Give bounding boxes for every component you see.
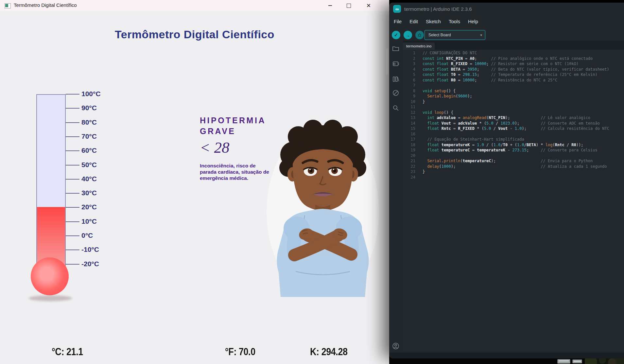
scale-label: 70°C — [81, 132, 97, 140]
code-line: 12void loop() { — [403, 110, 624, 115]
code-line: 16 — [403, 131, 624, 137]
thermometer-bulb — [31, 257, 69, 295]
line-number: 17 — [403, 137, 415, 142]
debug-button[interactable] — [415, 31, 424, 39]
status-threshold: < 28 — [200, 139, 229, 156]
line-number: 6 — [403, 78, 415, 83]
desktop-wallpaper — [585, 358, 624, 364]
kelvin-readout: K: 294.28 — [310, 346, 348, 358]
line-number: 23 — [403, 169, 415, 175]
line-number: 2 — [403, 56, 415, 61]
code-line: 8void setup() { — [403, 88, 624, 94]
fahrenheit-readout: °F: 70.0 — [225, 346, 255, 358]
scale-label: 100°C — [81, 90, 101, 98]
code-line: 7 — [403, 83, 624, 88]
bug-icon — [417, 33, 422, 37]
menu-item-file[interactable]: File — [392, 19, 403, 24]
tab-termometro-ino[interactable]: termometro.ino — [403, 43, 435, 50]
maximize-icon — [347, 4, 351, 8]
scale-tick — [66, 108, 79, 109]
code-line: 17 // Equação de Steinhart-Hart simplifi… — [403, 137, 624, 142]
menubar: FileEditSketchToolsHelp — [392, 17, 479, 26]
menu-item-tools[interactable]: Tools — [447, 19, 461, 24]
debug-panel-icon[interactable] — [392, 89, 400, 97]
code-line: 6const float R0 = 10000; // Resistência … — [403, 78, 624, 83]
line-number: 3 — [403, 61, 415, 67]
search-icon[interactable] — [392, 104, 400, 112]
celsius-readout: °C: 21.1 — [52, 346, 83, 358]
status-title: HIPOTERMIA GRAVE — [200, 115, 266, 137]
code-line: 18 float temperatureK = 1.0 / (1.0/T0 + … — [403, 142, 624, 148]
scale-tick — [66, 207, 79, 208]
scale-label: 20°C — [81, 203, 97, 211]
arduino-ide-window: ∞ termometro | Arduino IDE 2.3.6 FileEdi… — [389, 3, 624, 358]
thermometer-scale: 100°C90°C80°C70°C60°C50°C40°C30°C20°C10°… — [66, 94, 121, 277]
code-lines: 1// CONFIGURAÇÕES DO NTC2const int NTC_P… — [403, 50, 624, 180]
boards-manager-icon[interactable] — [392, 60, 400, 68]
scale-tick — [66, 94, 79, 95]
scrollbar-thumb[interactable] — [386, 48, 389, 75]
minimize-button[interactable] — [322, 0, 338, 11]
line-number: 11 — [403, 104, 415, 110]
scale-tick — [66, 122, 79, 123]
line-number: 18 — [403, 142, 415, 148]
scale-label: 90°C — [81, 104, 97, 112]
screen: Termômetro Digital Científico ✕ Termômet… — [0, 0, 624, 364]
scale-tick — [66, 136, 79, 137]
code-line: 2const int NTC_PIN = A0; // Pino analógi… — [403, 56, 624, 61]
ide-status-bar — [389, 353, 624, 358]
desktop-strip — [389, 358, 624, 364]
menu-item-help[interactable]: Help — [467, 19, 479, 24]
line-number: 19 — [403, 147, 415, 153]
verify-button[interactable]: ✓ — [392, 31, 400, 39]
menu-item-edit[interactable]: Edit — [408, 19, 419, 24]
library-manager-icon[interactable] — [392, 75, 400, 83]
taskbar-window-chip[interactable] — [572, 359, 582, 363]
taskbar-window-chip[interactable] — [557, 359, 570, 364]
scale-tick — [66, 235, 79, 236]
line-number: 1 — [403, 50, 415, 56]
line-number: 10 — [403, 99, 415, 105]
scale-label: 30°C — [81, 189, 97, 197]
maximize-button[interactable] — [341, 0, 356, 11]
line-number: 9 — [403, 94, 415, 99]
minimize-icon — [328, 5, 332, 6]
line-number: 16 — [403, 131, 415, 137]
code-line: 1// CONFIGURAÇÕES DO NTC — [403, 50, 624, 56]
code-line: 23} — [403, 169, 624, 175]
line-number: 4 — [403, 67, 415, 72]
line-number: 20 — [403, 153, 415, 159]
scale-label: -20°C — [81, 260, 99, 268]
thermometer-bulb-shadow — [29, 295, 72, 301]
scale-label: 80°C — [81, 118, 97, 126]
close-button[interactable]: ✕ — [361, 0, 376, 11]
tab-bar: termometro.ino — [403, 41, 624, 50]
scale-label: 50°C — [81, 161, 97, 169]
line-number: 15 — [403, 126, 415, 131]
scale-label: 40°C — [81, 175, 97, 183]
menu-item-sketch[interactable]: Sketch — [425, 19, 442, 24]
code-line: 15 float Rntc = R_FIXED * (5.0 / Vout - … — [403, 126, 624, 131]
scale-tick — [66, 250, 79, 250]
code-line: 13 int adcValue = analogRead(NTC_PIN); /… — [403, 115, 624, 121]
thermometer-app-window: Termômetro Digital Científico ✕ Termômet… — [0, 0, 389, 364]
code-line: 11 — [403, 104, 624, 110]
titlebar[interactable]: Termômetro Digital Científico ✕ — [0, 0, 389, 11]
line-number: 8 — [403, 88, 415, 94]
scale-label: 10°C — [81, 217, 97, 225]
sketchbook-folder-icon[interactable] — [392, 44, 400, 52]
scale-label: -10°C — [81, 246, 99, 253]
account-icon[interactable] — [392, 342, 400, 350]
scale-label: 0°C — [81, 232, 93, 239]
upload-button[interactable]: → — [404, 31, 412, 39]
scale-tick — [66, 221, 79, 222]
code-line: 22 delay(1000); // Atualiza a cada 1 seg… — [403, 164, 624, 169]
child-illustration — [266, 114, 380, 297]
ide-window-title: termometro | Arduino IDE 2.3.6 — [404, 6, 472, 12]
code-editor[interactable]: 1// CONFIGURAÇÕES DO NTC2const int NTC_P… — [403, 50, 624, 353]
code-line: 20 — [403, 153, 624, 159]
scale-label: 60°C — [81, 147, 97, 154]
board-selector-dropdown[interactable]: Select Board ▾ — [425, 30, 485, 40]
arduino-logo-icon: ∞ — [393, 5, 401, 13]
status-description: Inconsciência, risco de parada cardíaca,… — [200, 163, 269, 181]
